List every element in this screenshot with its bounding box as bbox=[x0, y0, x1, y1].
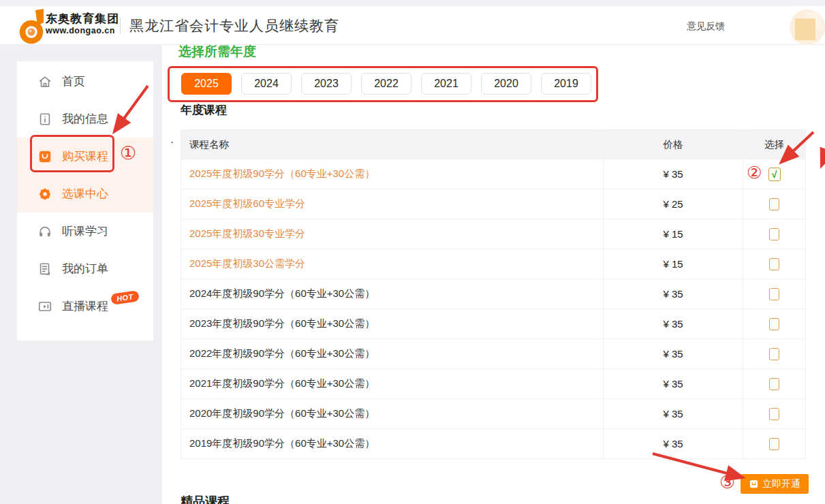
table-row: 2023年度初级90学分（60专业+30公需）¥ 35 bbox=[181, 309, 805, 339]
sidebar-item-label: 首页 bbox=[62, 74, 85, 89]
course-price: ¥ 35 bbox=[604, 369, 743, 398]
course-name-link[interactable]: 2023年度初级90学分（60专业+30公需） bbox=[181, 309, 604, 338]
shopping-bag-icon bbox=[37, 149, 52, 164]
course-checkbox[interactable] bbox=[769, 378, 779, 390]
year-tab-2023[interactable]: 2023 bbox=[301, 73, 352, 95]
table-row: 2021年度初级90学分（60专业+30公需）¥ 35 bbox=[181, 369, 805, 399]
course-checkbox[interactable] bbox=[769, 438, 779, 450]
course-price: ¥ 35 bbox=[604, 399, 743, 428]
sidebar-item-buy-courses[interactable]: 购买课程 bbox=[17, 138, 153, 175]
course-table: 课程名称 价格 选择 2025年度初级90学分（60专业+30公需）¥ 35√2… bbox=[181, 129, 806, 459]
course-name-link[interactable]: 2021年度初级90学分（60专业+30公需） bbox=[181, 369, 604, 398]
course-checkbox[interactable] bbox=[769, 408, 779, 420]
sidebar: 首页我的信息购买课程选课中心听课学习我的订单直播课程HOT bbox=[17, 61, 153, 341]
course-select-cell bbox=[743, 429, 805, 458]
year-tab-2025[interactable]: 2025 bbox=[181, 73, 232, 95]
course-select-cell bbox=[743, 309, 805, 338]
year-tab-2020[interactable]: 2020 bbox=[481, 73, 531, 95]
shopping-bag-white-icon bbox=[749, 479, 759, 489]
home-icon bbox=[37, 74, 52, 89]
table-row: 2025年度初级90学分（60专业+30公需）¥ 35√ bbox=[181, 159, 805, 189]
sidebar-item-listen-study[interactable]: 听课学习 bbox=[17, 212, 153, 250]
course-checkbox[interactable] bbox=[769, 258, 779, 270]
course-table-header: 课程名称 价格 选择 bbox=[181, 130, 805, 159]
course-checkbox[interactable] bbox=[769, 198, 779, 210]
course-name-link[interactable]: 2025年度初级90学分（60专业+30公需） bbox=[181, 159, 604, 189]
sidebar-item-home[interactable]: 首页 bbox=[17, 63, 153, 100]
sidebar-item-my-info[interactable]: 我的信息 bbox=[17, 100, 153, 138]
column-header-select: 选择 bbox=[743, 130, 805, 159]
course-name-link[interactable]: 2025年度初级30公需学分 bbox=[181, 249, 604, 279]
course-select-cell bbox=[743, 339, 805, 368]
course-name-link[interactable]: 2019年度初级90学分（60专业+30公需） bbox=[181, 429, 604, 458]
column-header-name: 课程名称 bbox=[181, 130, 604, 159]
year-tab-2022[interactable]: 2022 bbox=[361, 73, 411, 95]
orders-icon bbox=[37, 262, 52, 277]
course-select-cell bbox=[743, 369, 805, 398]
course-name-link[interactable]: 2025年度初级30专业学分 bbox=[181, 219, 604, 249]
course-name-link[interactable]: 2025年度初级60专业学分 bbox=[181, 189, 604, 219]
avatar-placeholder-inner bbox=[795, 18, 815, 40]
page-top-strip bbox=[0, 0, 825, 6]
table-row: 2020年度初级90学分（60专业+30公需）¥ 35 bbox=[181, 399, 805, 429]
stray-bullet: · bbox=[170, 136, 174, 148]
course-select-cell bbox=[743, 189, 805, 219]
live-video-icon bbox=[37, 299, 52, 314]
activate-now-button[interactable]: 立即开通 bbox=[741, 474, 809, 494]
course-checkbox[interactable] bbox=[769, 318, 779, 330]
course-price: ¥ 35 bbox=[604, 309, 743, 338]
hot-badge: HOT bbox=[110, 290, 140, 305]
checkmark-icon: √ bbox=[772, 170, 777, 179]
header-divider bbox=[120, 18, 121, 34]
course-checkbox[interactable] bbox=[769, 348, 779, 360]
course-name-link[interactable]: 2020年度初级90学分（60专业+30公需） bbox=[181, 399, 604, 428]
course-select-cell bbox=[743, 249, 805, 279]
course-name-link[interactable]: 2024年度初级90学分（60专业+30公需） bbox=[181, 279, 604, 309]
page-title: 黑龙江省会计专业人员继续教育 bbox=[129, 16, 339, 35]
table-row: 2025年度初级30专业学分¥ 15 bbox=[181, 219, 805, 249]
course-name-link[interactable]: 2022年度初级90学分（60专业+30公需） bbox=[181, 339, 604, 368]
year-tabs: 2025202420232022202120202019 bbox=[181, 73, 591, 95]
sidebar-item-label: 购买课程 bbox=[62, 148, 108, 164]
course-price: ¥ 15 bbox=[604, 249, 743, 279]
course-checkbox[interactable]: √ bbox=[768, 168, 781, 181]
page: 东奥教育集团 www.dongao.cn 黑龙江省会计专业人员继续教育 意见反馈… bbox=[0, 0, 825, 504]
brand-url: www.dongao.cn bbox=[46, 26, 119, 35]
brand-name: 东奥教育集团 bbox=[46, 12, 119, 26]
sidebar-item-my-orders[interactable]: 我的订单 bbox=[17, 250, 153, 287]
year-tab-2019[interactable]: 2019 bbox=[541, 73, 591, 95]
course-price: ¥ 35 bbox=[604, 429, 743, 458]
course-price: ¥ 35 bbox=[604, 159, 743, 189]
brand-block[interactable]: 东奥教育集团 www.dongao.cn bbox=[46, 12, 119, 35]
course-select-cell bbox=[743, 279, 805, 309]
table-row: 2025年度初级30公需学分¥ 15 bbox=[181, 249, 805, 279]
course-checkbox[interactable] bbox=[769, 288, 779, 300]
course-price: ¥ 35 bbox=[604, 279, 743, 309]
dongao-logo-icon[interactable] bbox=[19, 8, 45, 48]
course-checkbox[interactable] bbox=[769, 228, 779, 240]
table-row: 2025年度初级60专业学分¥ 25 bbox=[181, 189, 805, 219]
year-section-title: 选择所需年度 bbox=[178, 43, 256, 61]
sidebar-item-label: 选课中心 bbox=[62, 186, 108, 202]
sidebar-item-course-center[interactable]: 选课中心 bbox=[17, 175, 153, 212]
table-row: 2019年度初级90学分（60专业+30公需）¥ 35 bbox=[181, 429, 805, 459]
sidebar-menu: 首页我的信息购买课程选课中心听课学习我的订单直播课程HOT bbox=[17, 63, 153, 325]
column-header-price: 价格 bbox=[604, 130, 743, 159]
course-price: ¥ 15 bbox=[604, 219, 743, 249]
course-price: ¥ 25 bbox=[604, 189, 743, 219]
feedback-link[interactable]: 意见反馈 bbox=[687, 20, 725, 33]
year-tab-2024[interactable]: 2024 bbox=[241, 73, 292, 95]
table-row: 2022年度初级90学分（60专业+30公需）¥ 35 bbox=[181, 339, 805, 369]
premium-section-title: 精品课程 bbox=[181, 493, 230, 504]
avatar[interactable] bbox=[790, 10, 825, 45]
sidebar-item-live-courses[interactable]: 直播课程HOT bbox=[17, 287, 153, 325]
year-tab-2021[interactable]: 2021 bbox=[421, 73, 471, 95]
course-select-cell bbox=[743, 399, 805, 428]
course-price: ¥ 35 bbox=[604, 339, 743, 368]
site-header: 东奥教育集团 www.dongao.cn 黑龙江省会计专业人员继续教育 意见反馈 bbox=[0, 6, 825, 45]
gear-icon bbox=[37, 187, 52, 202]
sidebar-item-label: 听课学习 bbox=[62, 223, 108, 239]
sidebar-item-label: 直播课程 bbox=[62, 298, 108, 314]
sidebar-item-label: 我的信息 bbox=[62, 111, 108, 127]
sidebar-item-label: 我的订单 bbox=[62, 261, 108, 277]
